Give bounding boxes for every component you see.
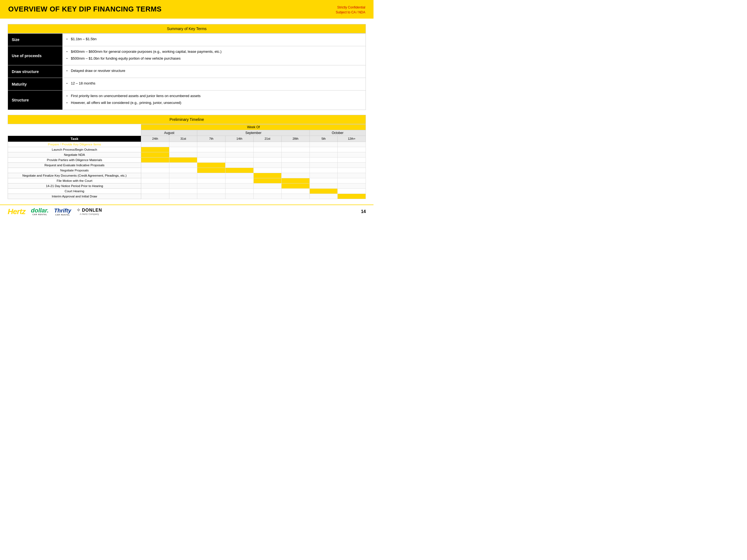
gantt-cell	[169, 168, 197, 173]
gantt-cell	[141, 194, 170, 199]
gantt-cell	[338, 147, 366, 152]
task-name: Court Hearing	[8, 188, 141, 194]
term-value: 12 – 18 months	[63, 78, 366, 90]
task-name: Negotiate Proposals	[8, 168, 141, 173]
task-name: Launch Process/Begin Outreach	[8, 147, 141, 152]
gantt-cell	[253, 188, 282, 194]
timeline-table: Week OfAugustSeptemberOctoberTask24th31s…	[8, 124, 366, 199]
gantt-cell	[338, 178, 366, 183]
date-header: 21st	[253, 136, 282, 142]
timeline-section: Preliminary Timeline Week OfAugustSeptem…	[8, 115, 366, 199]
gantt-cell	[338, 194, 366, 199]
list-item: 12 – 18 months	[67, 81, 362, 86]
gantt-cell	[282, 152, 310, 157]
task-name: File Motion with the Court	[8, 178, 141, 183]
gantt-cell	[226, 188, 254, 194]
gantt-cell	[197, 142, 226, 147]
term-label: Structure	[8, 90, 63, 110]
gantt-cell	[253, 173, 282, 178]
page-number: 14	[361, 209, 366, 214]
date-header: 5th	[309, 136, 338, 142]
gantt-cell	[253, 194, 282, 199]
task-name: 14-21 Day Notice Period Prior to Hearing	[8, 183, 141, 188]
gantt-cell	[141, 168, 170, 173]
gantt-cell	[169, 173, 197, 178]
date-header: 12th+	[338, 136, 366, 142]
gantt-cell	[226, 178, 254, 183]
footer-logos: Hertz dollar. CAR RENTAL Thrifty CAR REN…	[8, 207, 102, 216]
gantt-cell	[169, 183, 197, 188]
gantt-cell	[309, 168, 338, 173]
key-terms-header: Summary of Key Terms	[8, 24, 366, 33]
gantt-cell	[309, 194, 338, 199]
gantt-cell	[282, 157, 310, 162]
gantt-cell	[282, 142, 310, 147]
gantt-cell	[169, 188, 197, 194]
term-value: $400mm – $600mm for general corporate pu…	[63, 46, 366, 65]
gantt-cell	[197, 178, 226, 183]
term-label: Maturity	[8, 78, 63, 90]
list-item: $1.1bn – $1.5bn	[67, 36, 362, 42]
gantt-cell	[253, 157, 282, 162]
confidential-label: Strictly Confidential Subject to CA / ND…	[336, 5, 365, 15]
gantt-cell	[282, 162, 310, 168]
gantt-cell	[197, 168, 226, 173]
gantt-cell	[282, 178, 310, 183]
task-name: Prepare / Provide Key Diligence Items	[8, 142, 141, 147]
gantt-cell	[141, 183, 170, 188]
gantt-cell	[226, 173, 254, 178]
gantt-cell	[141, 157, 170, 162]
gantt-cell	[169, 147, 197, 152]
gantt-cell	[226, 152, 254, 157]
donlen-logo: ⁘ DONLEN A Hertz Company	[77, 208, 102, 215]
gantt-cell	[253, 162, 282, 168]
gantt-cell	[197, 188, 226, 194]
gantt-cell	[282, 168, 310, 173]
header: OVERVIEW OF KEY DIP FINANCING TERMS Stri…	[0, 0, 374, 19]
month-october-header: October	[309, 130, 366, 136]
page: OVERVIEW OF KEY DIP FINANCING TERMS Stri…	[0, 0, 374, 280]
gantt-cell	[338, 162, 366, 168]
term-value: First priority liens on unencumbered ass…	[63, 90, 366, 110]
gantt-cell	[338, 188, 366, 194]
term-value: $1.1bn – $1.5bn	[63, 34, 366, 46]
list-item: $400mm – $600mm for general corporate pu…	[67, 49, 362, 55]
gantt-cell	[282, 147, 310, 152]
gantt-cell	[338, 157, 366, 162]
term-label: Draw structure	[8, 65, 63, 78]
gantt-cell	[197, 147, 226, 152]
list-item: However, all offers will be considered (…	[67, 100, 362, 106]
gantt-cell	[141, 162, 170, 168]
gantt-cell	[169, 162, 197, 168]
date-header: 28th	[282, 136, 310, 142]
task-name: Provide Parties with Diligence Materials	[8, 157, 141, 162]
gantt-cell	[309, 152, 338, 157]
main-content: Summary of Key Terms Size$1.1bn – $1.5bn…	[0, 19, 374, 202]
gantt-cell	[309, 188, 338, 194]
gantt-cell	[226, 162, 254, 168]
term-label: Size	[8, 34, 63, 46]
gantt-cell	[197, 162, 226, 168]
gantt-cell	[309, 173, 338, 178]
gantt-cell	[141, 178, 170, 183]
list-item: Delayed draw or revolver structure	[67, 68, 362, 74]
gantt-cell	[226, 194, 254, 199]
gantt-cell	[338, 142, 366, 147]
gantt-cell	[282, 173, 310, 178]
gantt-cell	[309, 178, 338, 183]
list-item: First priority liens on unencumbered ass…	[67, 93, 362, 99]
gantt-cell	[169, 178, 197, 183]
gantt-cell	[141, 152, 170, 157]
gantt-cell	[253, 168, 282, 173]
date-header: 24th	[141, 136, 170, 142]
date-header: 14th	[226, 136, 254, 142]
task-name: Request and Evaluate Indicative Proposal…	[8, 162, 141, 168]
term-label: Use of proceeds	[8, 46, 63, 65]
month-august-header: August	[141, 130, 197, 136]
gantt-cell	[309, 147, 338, 152]
gantt-cell	[197, 173, 226, 178]
gantt-cell	[197, 194, 226, 199]
month-september-header: September	[197, 130, 309, 136]
gantt-cell	[141, 173, 170, 178]
gantt-cell	[338, 152, 366, 157]
